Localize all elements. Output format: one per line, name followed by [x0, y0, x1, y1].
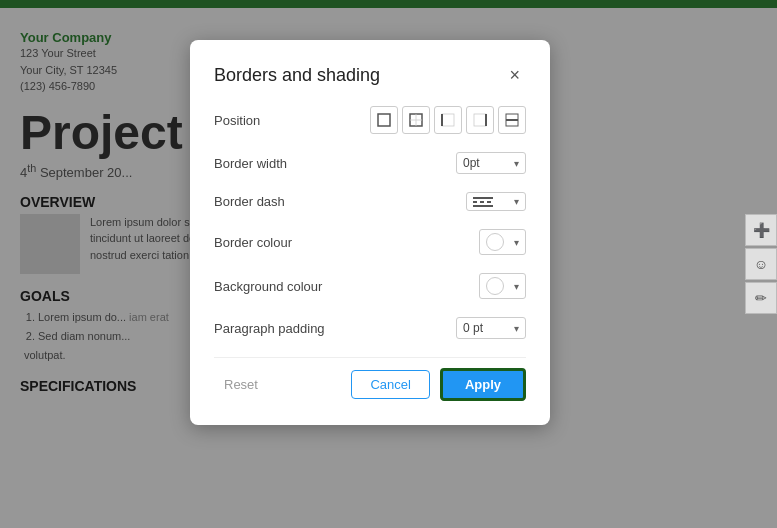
background-colour-swatch [486, 277, 504, 295]
position-label: Position [214, 113, 260, 128]
border-width-row: Border width 0pt ▾ [214, 152, 526, 174]
close-button[interactable]: × [503, 64, 526, 86]
paragraph-padding-row: Paragraph padding 0 pt ▾ [214, 317, 526, 339]
paragraph-padding-arrow: ▾ [514, 323, 519, 334]
svg-rect-6 [474, 114, 486, 126]
borders-shading-dialog: Borders and shading × Position [190, 40, 550, 425]
sidebar-edit-icon[interactable]: ✏ [745, 282, 777, 314]
dash-lines-icon [473, 197, 493, 207]
background-colour-control[interactable]: ▾ [479, 273, 526, 299]
position-row: Position [214, 106, 526, 134]
dialog-header: Borders and shading × [214, 64, 526, 86]
position-icons-group [370, 106, 526, 134]
reset-button[interactable]: Reset [214, 371, 268, 398]
border-dash-row: Border dash ▾ [214, 192, 526, 211]
svg-rect-0 [378, 114, 390, 126]
border-colour-swatch [486, 233, 504, 251]
dash-line-3 [473, 205, 493, 207]
dash-line-1 [473, 197, 493, 199]
background-colour-row: Background colour ▾ [214, 273, 526, 299]
border-width-label: Border width [214, 156, 287, 171]
apply-button[interactable]: Apply [440, 368, 526, 401]
paragraph-padding-label: Paragraph padding [214, 321, 325, 336]
svg-rect-8 [506, 114, 518, 120]
paragraph-padding-select[interactable]: 0 pt ▾ [456, 317, 526, 339]
position-between-border[interactable] [498, 106, 526, 134]
border-width-value: 0pt [463, 156, 480, 170]
sidebar-emoji-icon[interactable]: ☺ [745, 248, 777, 280]
paragraph-padding-value: 0 pt [463, 321, 483, 335]
border-colour-row: Border colour ▾ [214, 229, 526, 255]
cancel-button[interactable]: Cancel [351, 370, 429, 399]
dialog-footer: Reset Cancel Apply [214, 357, 526, 401]
border-width-arrow: ▾ [514, 158, 519, 169]
dialog-title: Borders and shading [214, 65, 380, 86]
border-dash-arrow: ▾ [514, 196, 519, 207]
position-all-borders[interactable] [370, 106, 398, 134]
sidebar-add-icon[interactable]: ➕ [745, 214, 777, 246]
border-colour-control[interactable]: ▾ [479, 229, 526, 255]
dash-line-2 [473, 201, 493, 203]
right-sidebar: ➕ ☺ ✏ [745, 214, 777, 314]
border-width-select[interactable]: 0pt ▾ [456, 152, 526, 174]
border-colour-label: Border colour [214, 235, 292, 250]
position-right-border[interactable] [466, 106, 494, 134]
svg-rect-9 [506, 121, 518, 127]
border-colour-arrow: ▾ [514, 237, 519, 248]
position-left-border[interactable] [434, 106, 462, 134]
position-outside-border[interactable] [402, 106, 430, 134]
svg-rect-4 [442, 114, 454, 126]
background-colour-label: Background colour [214, 279, 322, 294]
background-colour-arrow: ▾ [514, 281, 519, 292]
border-dash-select[interactable]: ▾ [466, 192, 526, 211]
border-dash-label: Border dash [214, 194, 285, 209]
